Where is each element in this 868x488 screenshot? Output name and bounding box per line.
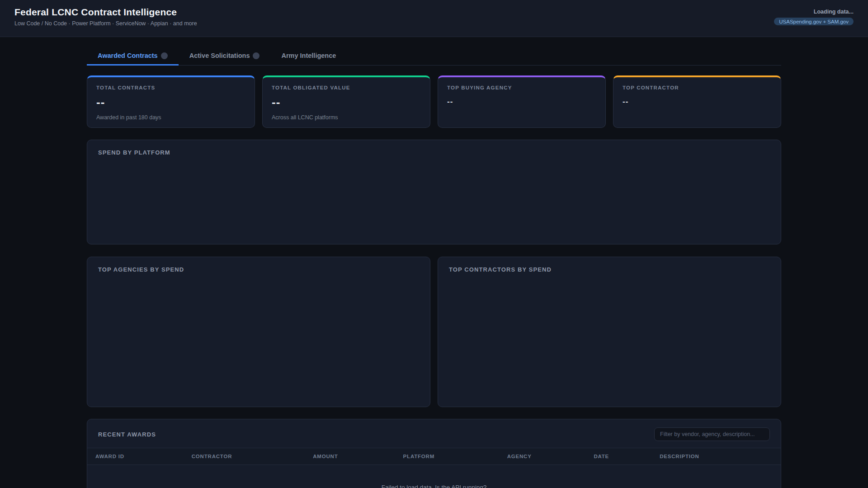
tab-label: Army Intelligence bbox=[281, 52, 336, 59]
table-header-row: AWARD ID CONTRACTOR AMOUNT PLATFORM AGEN… bbox=[87, 448, 781, 465]
tab-active-solicitations[interactable]: Active Solicitations bbox=[179, 52, 271, 66]
stat-card-total-contracts: TOTAL CONTRACTS -- Awarded in past 180 d… bbox=[87, 75, 255, 128]
stat-value: -- bbox=[623, 98, 772, 105]
spend-by-platform-panel: SPEND BY PLATFORM bbox=[87, 140, 781, 244]
table-error-message: Failed to load data. Is the API running? bbox=[87, 465, 781, 488]
stat-subtitle: Across all LCNC platforms bbox=[272, 114, 421, 121]
stat-card-top-contractor: TOP CONTRACTOR -- bbox=[613, 75, 781, 128]
column-header-date: DATE bbox=[586, 448, 652, 465]
main-content: Awarded Contracts Active Solicitations A… bbox=[87, 52, 781, 488]
table-empty-row: Failed to load data. Is the API running? bbox=[87, 465, 781, 488]
stat-cards-row: TOTAL CONTRACTS -- Awarded in past 180 d… bbox=[87, 75, 781, 128]
top-contractors-panel: TOP CONTRACTORS BY SPEND bbox=[438, 257, 781, 407]
column-header-contractor: CONTRACTOR bbox=[184, 448, 306, 465]
stat-card-total-obligated-value: TOTAL OBLIGATED VALUE -- Across all LCNC… bbox=[262, 75, 430, 128]
header-title-block: Federal LCNC Contract Intelligence Low C… bbox=[14, 7, 197, 27]
stat-label: TOTAL CONTRACTS bbox=[96, 85, 245, 90]
recent-awards-header: RECENT AWARDS bbox=[87, 419, 781, 448]
loading-status-text: Loading data... bbox=[774, 9, 854, 15]
panel-title: SPEND BY PLATFORM bbox=[98, 149, 770, 156]
column-header-agency: AGENCY bbox=[500, 448, 587, 465]
header-status-block: Loading data... USASpending.gov + SAM.go… bbox=[774, 7, 854, 25]
top-agencies-panel: TOP AGENCIES BY SPEND bbox=[87, 257, 430, 407]
stat-subtitle: Awarded in past 180 days bbox=[96, 114, 245, 121]
column-header-description: DESCRIPTION bbox=[652, 448, 781, 465]
page-subtitle: Low Code / No Code · Power Platform · Se… bbox=[14, 20, 197, 27]
awards-filter-input[interactable] bbox=[654, 427, 770, 441]
panel-title: TOP AGENCIES BY SPEND bbox=[98, 266, 419, 273]
stat-label: TOP BUYING AGENCY bbox=[447, 85, 596, 90]
column-header-amount: AMOUNT bbox=[306, 448, 396, 465]
tab-awarded-contracts[interactable]: Awarded Contracts bbox=[87, 52, 179, 66]
middle-panels-row: TOP AGENCIES BY SPEND TOP CONTRACTORS BY… bbox=[87, 257, 781, 407]
stat-card-top-buying-agency: TOP BUYING AGENCY -- bbox=[438, 75, 606, 128]
stat-label: TOP CONTRACTOR bbox=[623, 85, 772, 90]
tab-count-badge bbox=[253, 52, 259, 59]
stat-value: -- bbox=[272, 96, 421, 108]
column-header-award-id: AWARD ID bbox=[87, 448, 184, 465]
app-header: Federal LCNC Contract Intelligence Low C… bbox=[0, 0, 868, 37]
tab-label: Awarded Contracts bbox=[98, 52, 158, 59]
tab-bar: Awarded Contracts Active Solicitations A… bbox=[87, 52, 781, 66]
recent-awards-panel: RECENT AWARDS AWARD ID CONTRACTOR AMOUNT… bbox=[87, 419, 781, 488]
tab-count-badge bbox=[161, 52, 168, 59]
column-header-platform: PLATFORM bbox=[396, 448, 500, 465]
stat-label: TOTAL OBLIGATED VALUE bbox=[272, 85, 421, 90]
recent-awards-table: AWARD ID CONTRACTOR AMOUNT PLATFORM AGEN… bbox=[87, 448, 781, 488]
panel-title: RECENT AWARDS bbox=[98, 431, 156, 438]
page-title: Federal LCNC Contract Intelligence bbox=[14, 7, 197, 18]
tab-army-intelligence[interactable]: Army Intelligence bbox=[270, 52, 347, 66]
panel-title: TOP CONTRACTORS BY SPEND bbox=[449, 266, 770, 273]
stat-value: -- bbox=[447, 98, 596, 105]
data-source-badge: USASpending.gov + SAM.gov bbox=[774, 18, 854, 25]
stat-value: -- bbox=[96, 96, 245, 108]
tab-label: Active Solicitations bbox=[189, 52, 250, 59]
